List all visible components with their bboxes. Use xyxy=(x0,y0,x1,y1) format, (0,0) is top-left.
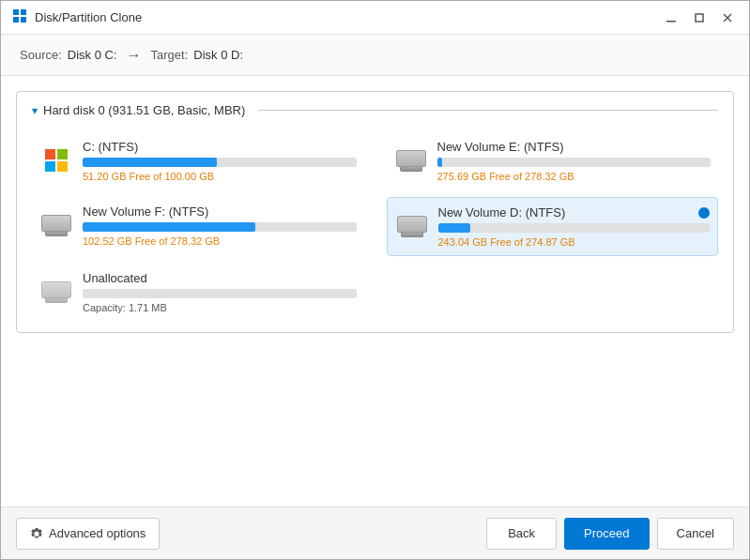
partition-unallocated[interactable]: Unallocated Capacity: 1.71 MB xyxy=(32,264,364,321)
partition-d-progress-track xyxy=(438,223,711,233)
footer: Advanced options Back Proceed Cancel xyxy=(1,507,749,559)
target-value: Disk 0 D: xyxy=(193,48,243,62)
partition-c-progress-fill xyxy=(83,158,217,167)
partition-e-progress-fill xyxy=(437,158,443,167)
partition-d-radio xyxy=(698,207,710,219)
windows-icon xyxy=(39,144,73,177)
partition-c-info: C: (NTFS) 51.20 GB Free of 100.00 GB xyxy=(83,140,357,182)
target-label: Target: xyxy=(151,48,189,62)
partition-d-progress-fill xyxy=(438,223,471,233)
svg-rect-0 xyxy=(13,9,19,15)
partition-vol-f[interactable]: New Volume F: (NTFS) 102.52 GB Free of 2… xyxy=(32,197,364,256)
maximize-button[interactable] xyxy=(689,8,710,28)
partition-unalloc-size: Capacity: 1.71 MB xyxy=(83,302,357,313)
disk-title: Hard disk 0 (931.51 GB, Basic, MBR) xyxy=(43,103,245,117)
partition-d-name: New Volume D: (NTFS) xyxy=(438,205,711,219)
advanced-options-button[interactable]: Advanced options xyxy=(16,518,160,550)
empty-cell xyxy=(387,264,719,321)
window-title: Disk/Partition Clone xyxy=(35,10,142,24)
partition-f-info: New Volume F: (NTFS) 102.52 GB Free of 2… xyxy=(83,204,357,247)
cancel-button[interactable]: Cancel xyxy=(657,518,734,550)
partition-f-progress-fill xyxy=(83,222,255,232)
footer-left: Advanced options xyxy=(16,518,160,550)
source-value: Disk 0 C: xyxy=(68,48,117,62)
partition-e-progress-track xyxy=(437,158,712,167)
svg-rect-3 xyxy=(21,17,26,23)
partition-e-size: 275.69 GB Free of 278.32 GB xyxy=(437,171,712,182)
partition-unalloc-info: Unallocated Capacity: 1.71 MB xyxy=(83,271,357,313)
disk-title-divider xyxy=(258,110,718,111)
disk-group: ▾ Hard disk 0 (931.51 GB, Basic, MBR) C:… xyxy=(16,91,734,333)
proceed-button[interactable]: Proceed xyxy=(564,518,649,550)
partition-f-name: New Volume F: (NTFS) xyxy=(83,204,357,219)
partition-d-size: 243.04 GB Free of 274.87 GB xyxy=(438,236,711,248)
partition-f-progress-track xyxy=(83,222,357,232)
close-button[interactable] xyxy=(717,8,738,28)
partition-e-info: New Volume E: (NTFS) 275.69 GB Free of 2… xyxy=(437,140,712,182)
main-content: ▾ Hard disk 0 (931.51 GB, Basic, MBR) C:… xyxy=(1,76,749,507)
partition-vol-e[interactable]: New Volume E: (NTFS) 275.69 GB Free of 2… xyxy=(387,132,719,189)
arrow-icon: → xyxy=(127,47,142,64)
svg-rect-5 xyxy=(696,14,703,22)
back-button[interactable]: Back xyxy=(486,518,557,550)
svg-rect-2 xyxy=(13,17,19,23)
partition-d-info: New Volume D: (NTFS) 243.04 GB Free of 2… xyxy=(438,205,711,248)
partition-unalloc-name: Unallocated xyxy=(83,271,357,285)
drive-unalloc-icon xyxy=(39,275,73,309)
minimize-button[interactable] xyxy=(661,8,681,28)
partition-c-ntfs[interactable]: C: (NTFS) 51.20 GB Free of 100.00 GB xyxy=(32,132,364,189)
partition-f-size: 102.52 GB Free of 278.32 GB xyxy=(83,235,357,247)
partition-e-name: New Volume E: (NTFS) xyxy=(437,140,712,154)
partition-vol-d[interactable]: New Volume D: (NTFS) 243.04 GB Free of 2… xyxy=(387,197,719,256)
header-bar: Source: Disk 0 C: → Target: Disk 0 D: xyxy=(1,35,749,76)
svg-rect-4 xyxy=(666,21,676,23)
partition-c-size: 51.20 GB Free of 100.00 GB xyxy=(83,171,357,182)
source-label: Source: xyxy=(20,48,62,62)
disk-header: ▾ Hard disk 0 (931.51 GB, Basic, MBR) xyxy=(32,103,718,117)
title-bar: Disk/Partition Clone xyxy=(1,1,749,35)
footer-right: Back Proceed Cancel xyxy=(486,518,734,550)
svg-rect-1 xyxy=(21,9,26,15)
partitions-grid: C: (NTFS) 51.20 GB Free of 100.00 GB xyxy=(32,132,718,321)
collapse-icon[interactable]: ▾ xyxy=(32,104,38,117)
gear-icon xyxy=(30,527,43,540)
partition-c-progress-track xyxy=(83,158,357,167)
drive-d-icon xyxy=(395,209,429,243)
drive-f-icon xyxy=(39,208,73,242)
drive-e-icon xyxy=(394,144,428,177)
partition-unalloc-progress-track xyxy=(83,289,357,298)
app-icon xyxy=(12,8,27,26)
partition-c-name: C: (NTFS) xyxy=(83,140,357,154)
